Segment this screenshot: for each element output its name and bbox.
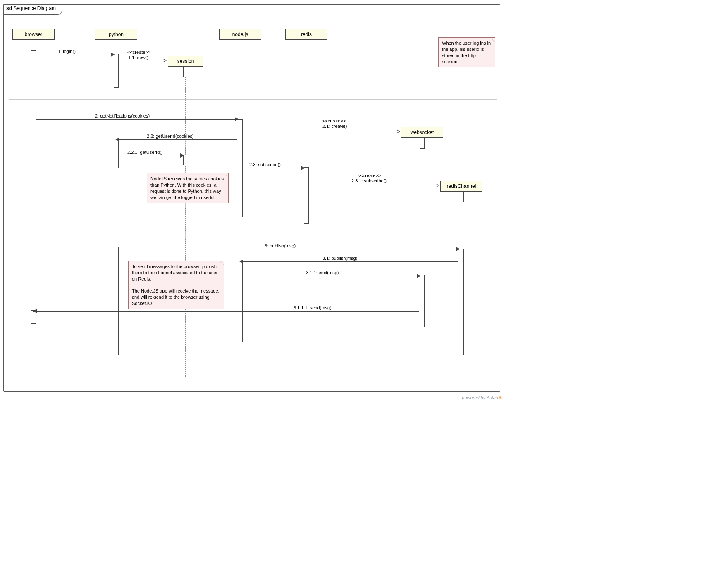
diagram-frame [3, 4, 500, 392]
msg-publish [119, 249, 457, 249]
lifeline-websocket: websocket [401, 127, 443, 138]
msg-label: 3.1.1.1: send(msg) [294, 305, 332, 310]
note-publish: To send messages to the browser, publish… [128, 261, 224, 309]
separator [9, 102, 497, 102]
msg-label: 2.2: getUserId(cookies) [147, 134, 194, 139]
activation [114, 139, 119, 168]
separator [9, 235, 497, 235]
note-cookies: NodeJS receives the sames cookies than P… [147, 173, 229, 203]
lifeline-python: python [95, 29, 137, 40]
arrowhead-icon [301, 166, 305, 170]
msg-publish2 [243, 261, 458, 262]
msg-getnotifications [36, 119, 236, 120]
msg-label: 2.2.1: getUserId() [127, 150, 163, 155]
arrowhead-icon [111, 53, 115, 57]
lifeline-browser: browser [12, 29, 55, 40]
msg-label: 3.1.1: emit(msg) [306, 270, 339, 275]
msg-label: 1: login() [58, 49, 76, 54]
msg-new [119, 61, 167, 61]
stereotype-create: <<create>> [127, 50, 150, 55]
arrowhead-icon: > [397, 130, 400, 134]
arrowhead-icon [115, 137, 119, 142]
msg-subscribe-channel [309, 186, 439, 186]
arrowhead-icon [456, 247, 460, 251]
activation [238, 119, 243, 217]
activation [420, 275, 425, 327]
separator [9, 99, 497, 100]
frame-prefix: sd [6, 5, 12, 11]
arrowhead-icon: > [436, 183, 439, 187]
activation [114, 54, 119, 88]
lifeline-session: session [168, 56, 203, 67]
activation [183, 67, 188, 77]
activation [114, 247, 119, 355]
msg-send [36, 311, 419, 312]
msg-subscribe [243, 168, 302, 168]
lifeline-nodejs: node.js [219, 29, 261, 40]
msg-login [36, 55, 112, 55]
msg-getuserid-cookies [119, 139, 237, 140]
msg-label: 3.1: publish(msg) [322, 256, 357, 261]
astah-logo-icon: ✻ [498, 395, 502, 400]
footer-branding: powered by Astah✻ [462, 395, 502, 401]
lifeline-line-websocket [422, 138, 422, 377]
lifeline-redischannel: redisChannel [440, 181, 482, 192]
lifeline-redis: redis [285, 29, 327, 40]
arrowhead-icon [417, 274, 421, 278]
msg-emit [243, 276, 418, 276]
frame-title: Sequence Diagram [13, 5, 56, 11]
activation [31, 50, 36, 225]
stereotype-create: <<create>> [322, 118, 346, 123]
msg-getuserid [119, 156, 181, 156]
arrowhead-icon [239, 259, 243, 264]
activation [459, 192, 464, 202]
msg-label: 2.3: subscribe() [249, 162, 281, 167]
arrowhead-icon: > [163, 58, 167, 62]
activation [304, 167, 309, 224]
msg-label: 3: publish(msg) [265, 243, 296, 248]
msg-label: 2.1: create() [322, 124, 347, 129]
lifeline-line-session [185, 67, 186, 377]
separator [9, 237, 497, 237]
msg-label: 1.1: new() [128, 55, 148, 60]
stereotype-create: <<create>> [358, 173, 381, 178]
msg-label: 2: getNotifications(cookies) [95, 113, 150, 118]
arrowhead-icon [33, 309, 37, 313]
diagram-frame-tab: sd Sequence Diagram [3, 4, 62, 15]
activation [238, 261, 243, 342]
activation [420, 138, 425, 149]
msg-label: 2.3.1: subscribe() [351, 178, 387, 183]
note-login: When the user log ins in the app, his us… [438, 37, 495, 67]
msg-create-ws [243, 132, 400, 132]
arrowhead-icon [180, 153, 184, 158]
sequence-diagram-canvas: sd Sequence Diagram browser python node.… [0, 0, 504, 401]
arrowhead-icon [235, 117, 239, 121]
activation [459, 249, 464, 355]
